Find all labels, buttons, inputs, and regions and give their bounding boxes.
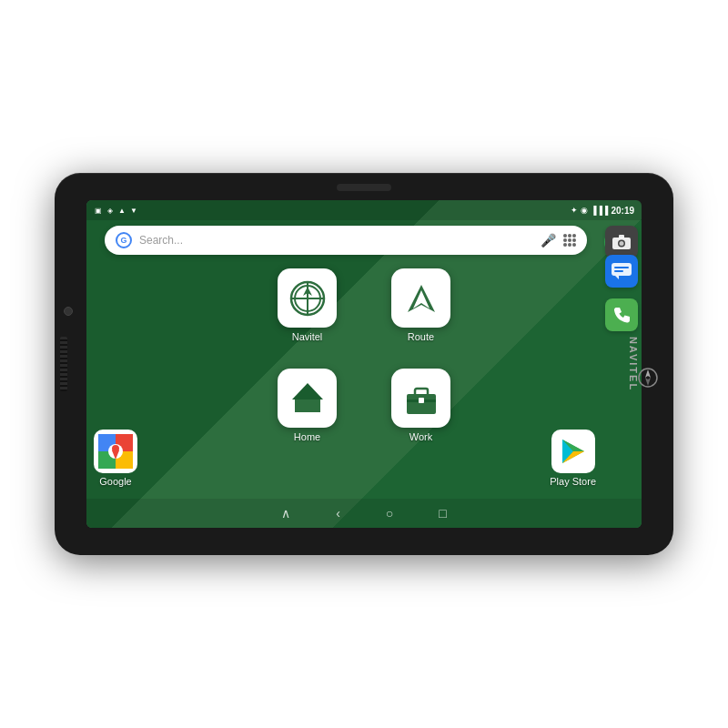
phone-icon — [613, 307, 630, 323]
play-store-app[interactable]: Play Store — [550, 430, 596, 487]
navitel-app[interactable]: Navitel — [278, 268, 337, 342]
bluetooth-icon: ✦ — [571, 206, 578, 215]
messages-icon — [612, 263, 632, 279]
location-icon: ▼ — [129, 206, 138, 215]
nav-back-button[interactable]: ‹ — [336, 506, 340, 521]
speaker-grille — [60, 337, 67, 391]
navitel-icon — [288, 279, 327, 318]
svg-marker-13 — [292, 383, 323, 399]
route-app[interactable]: Route — [391, 268, 450, 342]
work-label: Work — [410, 431, 432, 442]
route-label: Route — [408, 331, 434, 342]
google-maps-icon — [98, 434, 133, 469]
camera-button[interactable] — [605, 226, 638, 258]
home-icon — [288, 379, 327, 418]
right-sidebar — [605, 255, 638, 331]
svg-rect-12 — [302, 403, 313, 412]
svg-rect-17 — [419, 398, 424, 403]
home-label: Home — [294, 431, 320, 442]
google-label: Google — [99, 476, 131, 487]
svg-rect-15 — [415, 389, 428, 396]
status-left-icons: ▣ ◈ ▲ ▼ — [94, 206, 138, 215]
route-icon — [402, 279, 440, 318]
svg-rect-14 — [407, 394, 436, 414]
status-bar: ▣ ◈ ▲ ▼ ✦ ◉ ▐▐▐ 20:19 — [86, 200, 642, 220]
google-maps-app[interactable]: Google — [94, 430, 137, 487]
svg-rect-32 — [614, 267, 629, 268]
svg-marker-35 — [645, 369, 651, 378]
camera-icon — [612, 235, 631, 249]
bluetooth-status-icon: ▲ — [117, 206, 126, 215]
search-input[interactable]: Search... — [139, 234, 541, 247]
tablet-screen: ▣ ◈ ▲ ▼ ✦ ◉ ▐▐▐ 20:19 G Search... 🎤 — [86, 200, 642, 528]
apps-row-1: Navitel Route — [86, 268, 642, 342]
work-icon — [402, 379, 440, 418]
svg-rect-33 — [614, 270, 623, 272]
nav-up-button[interactable]: ∧ — [281, 506, 290, 521]
apps-grid-icon[interactable] — [563, 234, 576, 247]
time-display: 20:19 — [611, 206, 634, 216]
tablet-device: ▣ ◈ ▲ ▼ ✦ ◉ ▐▐▐ 20:19 G Search... 🎤 — [55, 173, 673, 555]
tablet-camera — [337, 184, 391, 191]
phone-app[interactable] — [605, 298, 638, 331]
work-app[interactable]: Work — [391, 369, 450, 442]
play-store-label: Play Store — [550, 476, 596, 487]
search-bar[interactable]: G Search... 🎤 — [105, 226, 587, 255]
google-logo: G — [116, 232, 132, 248]
svg-marker-31 — [615, 276, 619, 279]
front-camera — [64, 307, 73, 316]
messages-app[interactable] — [605, 255, 638, 288]
nfc-icon: ◉ — [581, 206, 588, 215]
play-store-icon — [560, 438, 587, 465]
home-app[interactable]: Home — [278, 369, 337, 442]
navitel-label: Navitel — [292, 331, 323, 342]
wifi-icon: ▣ — [94, 206, 103, 215]
svg-point-2 — [620, 241, 624, 246]
mic-icon[interactable]: 🎤 — [541, 233, 556, 248]
navigation-bar: ∧ ‹ ○ □ — [86, 499, 642, 528]
svg-rect-30 — [612, 263, 632, 276]
nav-home-button[interactable]: ○ — [386, 506, 393, 521]
nav-recents-button[interactable]: □ — [439, 506, 446, 521]
data-icon: ◈ — [106, 206, 115, 215]
svg-rect-3 — [619, 235, 624, 238]
svg-marker-36 — [645, 378, 651, 386]
signal-icon: ▐▐▐ — [591, 206, 608, 215]
status-right-icons: ✦ ◉ ▐▐▐ 20:19 — [571, 206, 634, 216]
